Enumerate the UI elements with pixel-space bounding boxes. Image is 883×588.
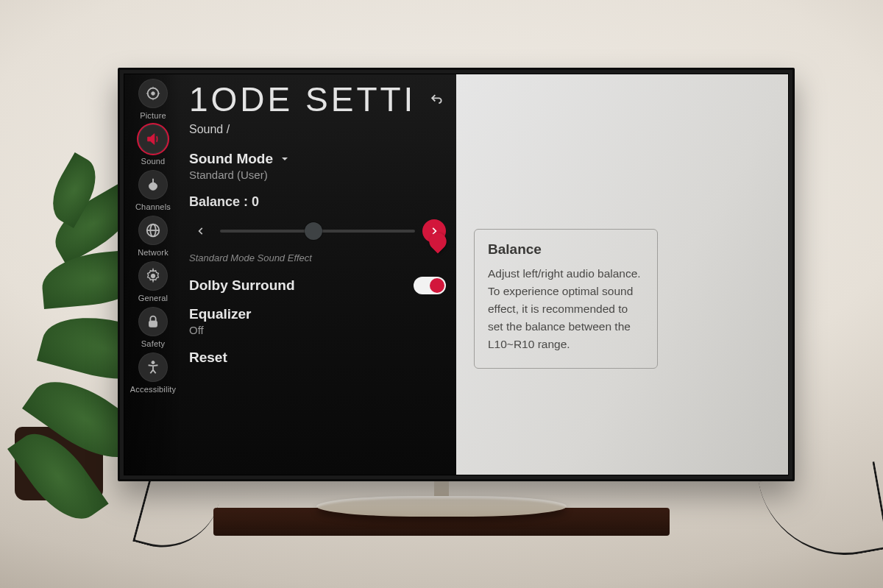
tv-frame: Picture Sound Channels [118, 68, 795, 481]
sidebar-item-label: Network [138, 248, 169, 257]
help-card: Balance Adjust left/right audio balance.… [474, 229, 658, 369]
channels-icon [138, 170, 168, 199]
svg-point-1 [152, 92, 155, 96]
sidebar-item-label: Channels [135, 202, 171, 211]
sound-mode-value: Standard (User) [189, 169, 446, 181]
balance-slider-thumb[interactable] [305, 222, 322, 240]
sidebar-item-label: General [138, 294, 169, 302]
sidebar-item-label: Picture [140, 111, 166, 120]
svg-point-9 [151, 274, 155, 278]
sidebar-item-safety[interactable]: Safety [138, 307, 168, 348]
sound-icon [138, 124, 168, 154]
back-button[interactable] [424, 87, 449, 112]
dolby-row[interactable]: Dolby Surround [189, 277, 446, 294]
sidebar-item-sound[interactable]: Sound [138, 124, 168, 166]
sidebar-item-picture[interactable]: Picture [138, 79, 168, 120]
equalizer-label: Equalizer [189, 306, 446, 322]
sidebar-item-label: Sound [141, 157, 166, 166]
balance-decrease-button[interactable] [189, 219, 213, 243]
help-body: Adjust left/right audio balance.To exper… [488, 265, 644, 353]
chevron-down-icon [279, 153, 291, 165]
network-icon [138, 216, 168, 245]
balance-slider[interactable] [220, 230, 415, 233]
sidebar-item-accessibility[interactable]: Accessibility [130, 353, 177, 394]
svg-rect-10 [149, 321, 157, 327]
sidebar-item-label: Accessibility [130, 385, 177, 394]
svg-point-11 [152, 361, 155, 364]
equalizer-row[interactable]: Equalizer Off [189, 306, 446, 336]
sound-mode-label: Sound Mode [189, 151, 273, 167]
settings-sidebar: Picture Sound Channels [124, 74, 182, 475]
help-panel: Balance Adjust left/right audio balance.… [456, 74, 788, 475]
page-header: 1ODE SETTINGS [189, 79, 449, 120]
page-title: 1ODE SETTINGS [189, 79, 415, 119]
accessibility-icon [138, 353, 168, 382]
back-icon [429, 92, 444, 107]
cable-decor [132, 478, 221, 561]
equalizer-value: Off [189, 324, 446, 336]
balance-increase-button[interactable] [422, 219, 446, 243]
dolby-label: Dolby Surround [189, 277, 295, 294]
balance-row: Balance : 0 Standard Mode Soun [189, 194, 446, 263]
picture-icon [138, 79, 168, 108]
sidebar-item-channels[interactable]: Channels [135, 170, 171, 211]
sound-mode-row[interactable]: Sound Mode Standard (User) [189, 151, 446, 181]
section-hint: Standard Mode Sound Effect [189, 252, 446, 263]
reset-row[interactable]: Reset [189, 350, 446, 366]
chevron-left-icon [196, 226, 206, 236]
settings-panel: Picture Sound Channels [124, 74, 456, 475]
balance-label: Balance : 0 [189, 194, 446, 210]
reset-label: Reset [189, 350, 446, 366]
gear-icon [138, 261, 168, 291]
breadcrumb: Sound / [189, 123, 446, 136]
lock-icon [138, 307, 168, 336]
dolby-toggle[interactable] [414, 277, 446, 294]
help-title: Balance [488, 241, 644, 258]
tv-stand-decor [316, 492, 567, 524]
settings-content: Sound / Sound Mode Standard (User) Balan… [189, 123, 446, 470]
tv-screen: Picture Sound Channels [124, 74, 788, 475]
sidebar-item-network[interactable]: Network [138, 216, 169, 257]
sidebar-item-label: Safety [141, 339, 165, 348]
sidebar-item-general[interactable]: General [138, 261, 169, 302]
